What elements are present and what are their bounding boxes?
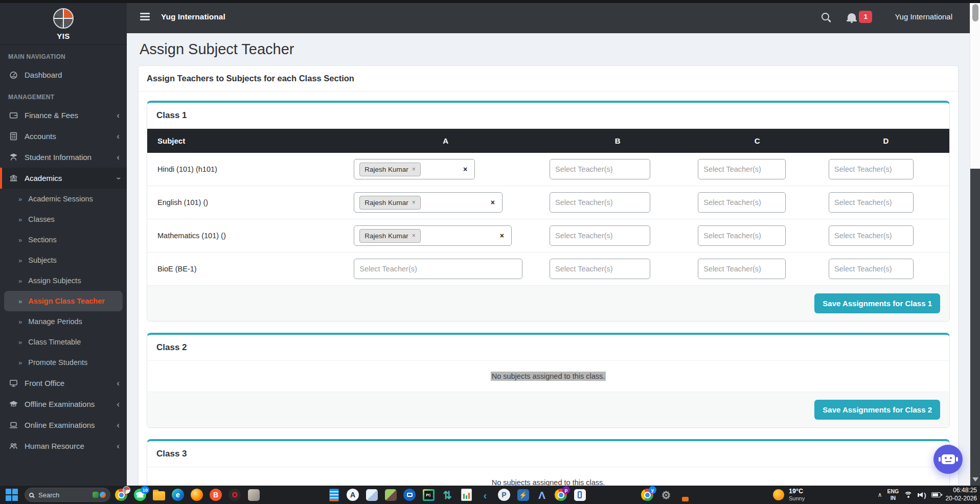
teacher-select[interactable]: Select Teacher(s) [698,159,785,179]
sidebar-item-dashboard[interactable]: Dashboard [0,64,127,85]
sidebar-item-human-resource[interactable]: Human Resource‹ [0,436,127,456]
file-explorer-icon [153,491,165,500]
taskbar-search-box[interactable]: Search [25,488,110,502]
taskbar-icon-chrome[interactable] [115,488,128,501]
tray-chevron-up-icon[interactable]: ∧ [878,491,882,498]
taskbar-icon-file-explorer[interactable] [152,488,166,501]
teacher-select[interactable]: Select Teacher(s) [698,259,785,279]
sidebar-subitem-manage-periods[interactable]: »Manage Periods [0,311,127,332]
battery-icon[interactable] [931,492,941,497]
empty-class-message: No subjects assigned to this class. [147,467,949,486]
scrollbar-thumb[interactable] [970,169,980,486]
sidebar-item-online-examinations[interactable]: Online Examinations‹ [0,415,127,436]
sidebar-subitem-subjects[interactable]: »Subjects [0,250,127,270]
selected-teacher-tag[interactable]: Rajesh Kumar × [359,196,421,210]
sidebar-subitem-class-timetable[interactable]: »Class Timetable [0,332,127,352]
taskbar-icon-cube-blue[interactable] [365,488,378,501]
volume-icon[interactable]: ) [918,491,926,499]
taskbar-icon-cube-green[interactable] [384,488,397,501]
taskbar-icon-report-notes[interactable] [460,488,473,501]
selected-teacher-tag[interactable]: Rajesh Kumar × [359,163,421,176]
taskbar-icon-postgresql[interactable]: P [497,488,511,501]
teacher-select[interactable]: Select Teacher(s) [829,225,914,246]
teacher-select[interactable]: Select Teacher(s) [354,259,522,279]
taskbar-icon-brave[interactable]: B [209,488,222,501]
clear-selection-icon[interactable]: × [498,232,506,240]
sidebar: YIS MAIN NAVIGATIONDashboardMANAGEMENTFi… [0,0,127,486]
assignment-cell: Select Teacher(s) [692,153,823,186]
taskbar-icon-app-a[interactable]: A [346,488,359,501]
taskbar-icon-hidden-tray-app[interactable] [678,488,692,501]
remove-tag-icon[interactable]: × [412,232,416,239]
taskbar-icon-opera[interactable]: O [228,488,241,501]
taskbar-icon-app-gray[interactable] [247,488,260,501]
taskbar-icon-vscode[interactable]: ‹ [478,488,492,501]
sidebar-item-student-information[interactable]: Student Information‹ [0,147,127,168]
sidebar-subitem-academic-sessions[interactable]: »Academic Sessions [0,189,127,209]
teacher-select[interactable]: Select Teacher(s) [829,192,914,213]
taskbar-icon-lambda-app[interactable]: Λ [535,488,549,501]
scrollbar-down-arrow-icon[interactable] [972,477,978,482]
notifications-button[interactable]: 1 [848,11,872,23]
hamburger-menu-icon[interactable] [140,11,150,22]
teacher-select[interactable]: Select Teacher(s) [698,225,785,246]
scrollbar-up-button[interactable] [972,4,978,21]
taskbar-icon-chrome-p[interactable]: p [554,488,567,501]
clock-widget[interactable]: 06:48:25 20-02-2026 [946,487,977,502]
save-assignments-button-class-2[interactable]: Save Assignments for Class 2 [814,400,940,420]
select-placeholder: Select Teacher(s) [703,165,761,173]
language-indicator[interactable]: ENG IN [887,488,899,501]
teacher-select[interactable]: Select Teacher(s) [550,259,650,279]
teacher-select[interactable]: Select Teacher(s) [550,159,650,179]
user-menu[interactable]: Yug International [895,12,952,21]
taskbar-icon-chrome-y[interactable]: y [641,488,654,501]
remove-tag-icon[interactable]: × [412,166,416,173]
chevron-left-icon: ‹ [117,134,120,139]
sidebar-subitem-classes[interactable]: »Classes [0,209,127,230]
selected-teacher-tag[interactable]: Rajesh Kumar × [359,229,421,243]
taskbar-icon-notepad[interactable] [327,488,340,501]
sidebar-item-accounts[interactable]: Accounts‹ [0,126,127,147]
taskbar-badge: 10 [141,486,149,494]
taskbar-icon-edge[interactable]: e [171,488,185,501]
remove-tag-icon[interactable]: × [412,199,416,206]
sidebar-subitem-promote-students[interactable]: »Promote Students [0,352,127,373]
sidebar-item-offline-examinations[interactable]: Offline Examinations‹ [0,394,127,415]
scrollbar[interactable] [970,0,980,486]
chatbot-fab[interactable] [933,445,963,474]
taskbar-icon-phone-link[interactable] [573,488,586,501]
select-placeholder: Select Teacher(s) [555,232,613,240]
sidebar-subitem-assign-subjects[interactable]: »Assign Subjects [0,270,127,291]
search-icon[interactable] [822,13,829,20]
sidebar-subitem-sections[interactable]: »Sections [0,230,127,250]
taskbar-icon-remote-pc[interactable]: ⚡ [516,488,530,501]
teacher-select[interactable]: Rajesh Kumar ×× [354,192,503,213]
windows-start-button[interactable] [5,488,18,501]
teacher-select[interactable]: Select Teacher(s) [698,192,785,213]
teacher-select[interactable]: Rajesh Kumar ×× [354,225,512,246]
sidebar-item-front-office[interactable]: Front Office‹ [0,373,127,394]
teacher-select[interactable]: Select Teacher(s) [550,225,650,246]
sidebar-item-academics[interactable]: Academics‹ [0,168,127,189]
clear-selection-icon[interactable]: × [461,165,469,173]
main-content: Assign Subject Teacher Assign Teachers t… [127,33,970,486]
taskbar-icon-firefox[interactable] [190,488,203,501]
teacher-select[interactable]: Rajesh Kumar ×× [354,159,475,179]
weather-widget[interactable]: 19°C Sunny [773,486,805,504]
clear-selection-icon[interactable]: × [489,198,497,207]
sidebar-subitem-assign-class-teacher[interactable]: »Assign Class Teacher [4,291,123,311]
taskbar-icon-remote-desktop-blue[interactable] [403,488,416,501]
taskbar-icon-whatsapp[interactable]: ☎10 [133,488,147,501]
double-angle-icon: » [18,318,22,326]
teacher-select[interactable]: Select Teacher(s) [550,192,650,213]
sidebar-item-finance-fees[interactable]: Finance & Fees‹ [0,105,127,126]
teacher-select[interactable]: Select Teacher(s) [829,259,914,279]
taskbar-icon-secure-transfer[interactable]: ⇅ [441,488,454,501]
wifi-icon[interactable] [904,492,913,498]
table-row: English (101) ()Rajesh Kumar ××Select Te… [147,186,949,219]
logo-area[interactable]: YIS [0,0,127,45]
teacher-select[interactable]: Select Teacher(s) [829,159,914,179]
save-assignments-button-class-1[interactable]: Save Assignments for Class 1 [814,293,940,313]
taskbar-icon-settings-gear[interactable]: ⚙ [659,488,673,501]
taskbar-icon-pycharm[interactable]: PC [422,488,435,501]
